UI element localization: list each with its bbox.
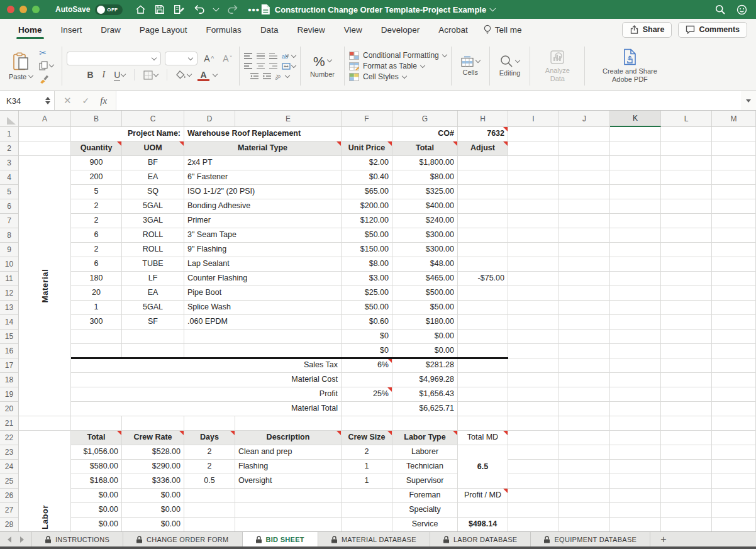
copy-dropdown-chevron[interactable] — [49, 62, 54, 67]
name-box-stepper[interactable] — [45, 97, 50, 104]
cell-J20[interactable] — [559, 402, 610, 416]
cell-G12[interactable]: $500.00 — [392, 286, 458, 301]
cell-B28[interactable]: $0.00 — [71, 518, 122, 531]
cell-D25[interactable]: 0.5 — [184, 474, 235, 489]
cell-C11[interactable]: LF — [122, 272, 184, 286]
title-dropdown-chevron[interactable] — [490, 5, 496, 11]
wrap-text-chevron[interactable] — [291, 52, 296, 57]
cell-M9[interactable] — [712, 243, 756, 257]
cell-K24[interactable] — [610, 460, 661, 474]
cell-C27[interactable]: $0.00 — [122, 503, 184, 518]
expand-formula-bar-chevron[interactable] — [741, 91, 756, 110]
menu-tab-page-layout[interactable]: Page Layout — [130, 19, 197, 40]
cell-C28[interactable]: $0.00 — [122, 518, 184, 531]
cell-I11[interactable] — [508, 272, 559, 286]
cell-H27[interactable] — [458, 503, 508, 518]
cell-B13[interactable]: 1 — [71, 301, 122, 315]
cell-K28[interactable] — [610, 518, 661, 531]
row-header-15[interactable]: 15 — [0, 330, 19, 344]
cell-I17[interactable] — [508, 358, 559, 373]
cell-F23[interactable]: 2 — [342, 445, 392, 460]
cell-D15[interactable] — [184, 330, 342, 344]
cell-styles-button[interactable]: Cell Styles — [349, 72, 406, 81]
cell-A2[interactable] — [19, 141, 71, 156]
cell-D4[interactable]: 6" Fastener — [184, 170, 342, 185]
cell-J1[interactable] — [559, 127, 610, 141]
row-header-13[interactable]: 13 — [0, 301, 19, 315]
cell-D8[interactable]: 3" Seam Tape — [184, 228, 342, 243]
cell-B21[interactable] — [71, 416, 122, 431]
cell-G9[interactable]: $300.00 — [392, 243, 458, 257]
align-bottom-icon[interactable] — [269, 53, 277, 60]
cell-C3[interactable]: BF — [122, 156, 184, 170]
cell-H23[interactable]: 6.5 — [458, 445, 508, 489]
cell-L3[interactable] — [661, 156, 712, 170]
percent-style-button[interactable]: % — [313, 54, 331, 69]
redo-icon[interactable] — [227, 4, 239, 15]
row-header-19[interactable]: 19 — [0, 387, 19, 402]
cell-H18[interactable] — [458, 373, 508, 387]
cell-L28[interactable] — [661, 518, 712, 531]
cell-I16[interactable] — [508, 344, 559, 358]
cell-K7[interactable] — [610, 214, 661, 228]
cell-M28[interactable] — [712, 518, 756, 531]
cell-C2[interactable]: UOM — [122, 141, 184, 156]
cell-L15[interactable] — [661, 330, 712, 344]
cell-K9[interactable] — [610, 243, 661, 257]
cell-F22[interactable]: Crew Size — [342, 431, 392, 445]
cell-G5[interactable]: $325.00 — [392, 185, 458, 199]
cell-L1[interactable] — [661, 127, 712, 141]
cell-D22[interactable]: Days — [184, 431, 235, 445]
cell-J18[interactable] — [559, 373, 610, 387]
cell-D14[interactable]: .060 EPDM — [184, 315, 342, 330]
cell-H14[interactable] — [458, 315, 508, 330]
cell-L19[interactable] — [661, 387, 712, 402]
save-as-icon[interactable] — [174, 4, 184, 14]
column-header-G[interactable]: G — [392, 111, 458, 127]
row-header-7[interactable]: 7 — [0, 214, 19, 228]
cell-F7[interactable]: $120.00 — [342, 214, 392, 228]
underline-dropdown-chevron[interactable] — [121, 71, 126, 76]
cells-dropdown-chevron[interactable] — [475, 57, 480, 62]
row-header-12[interactable]: 12 — [0, 286, 19, 301]
cell-F6[interactable]: $200.00 — [342, 199, 392, 214]
cell-F13[interactable]: $50.00 — [342, 301, 392, 315]
column-header-F[interactable]: F — [342, 111, 392, 127]
cell-B24[interactable]: $580.00 — [71, 460, 122, 474]
row-header-17[interactable]: 17 — [0, 358, 19, 373]
cell-D26[interactable] — [184, 489, 235, 503]
cell-M18[interactable] — [712, 373, 756, 387]
cell-B27[interactable]: $0.00 — [71, 503, 122, 518]
cell-D24[interactable]: 2 — [184, 460, 235, 474]
cell-D21[interactable] — [184, 416, 235, 431]
cell-H6[interactable] — [458, 199, 508, 214]
cell-H11[interactable]: -$75.00 — [458, 272, 508, 286]
cell-K1[interactable] — [610, 127, 661, 141]
column-header-D[interactable]: D — [184, 111, 235, 127]
row-header-9[interactable]: 9 — [0, 243, 19, 257]
cell-M11[interactable] — [712, 272, 756, 286]
cell-H4[interactable] — [458, 170, 508, 185]
cancel-icon[interactable]: ✕ — [64, 95, 72, 106]
cell-D12[interactable]: Pipe Boot — [184, 286, 342, 301]
cell-J22[interactable] — [559, 431, 610, 445]
conditional-formatting-button[interactable]: Conditional Formatting — [349, 51, 447, 60]
cell-M16[interactable] — [712, 344, 756, 358]
cell-K25[interactable] — [610, 474, 661, 489]
cell-B15[interactable] — [71, 330, 122, 344]
cell-H8[interactable] — [458, 228, 508, 243]
cell-J6[interactable] — [559, 199, 610, 214]
cell-M4[interactable] — [712, 170, 756, 185]
cell-F2[interactable]: Unit Price — [342, 141, 392, 156]
cell-K14[interactable] — [610, 315, 661, 330]
cell-F21[interactable] — [342, 416, 392, 431]
cell-G4[interactable]: $80.00 — [392, 170, 458, 185]
column-header-I[interactable]: I — [508, 111, 559, 127]
cell-F24[interactable]: 1 — [342, 460, 392, 474]
cell-K26[interactable] — [610, 489, 661, 503]
cell-I27[interactable] — [508, 503, 559, 518]
cell-I6[interactable] — [508, 199, 559, 214]
cell-M27[interactable] — [712, 503, 756, 518]
row-header-24[interactable]: 24 — [0, 460, 19, 474]
cell-B18[interactable]: Material Cost — [71, 373, 342, 387]
